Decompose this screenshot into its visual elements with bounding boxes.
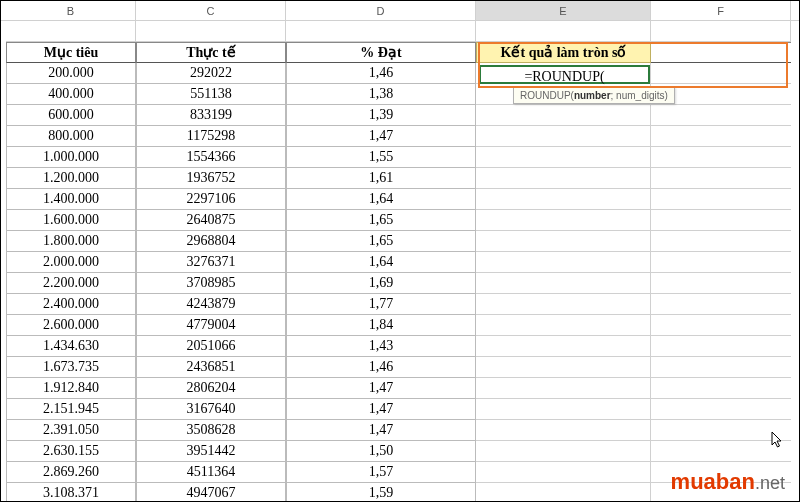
cell-c[interactable]: 2806204 xyxy=(136,378,286,399)
cell-b[interactable]: 2.200.000 xyxy=(6,273,136,294)
cell-f[interactable] xyxy=(651,63,791,84)
cell-b[interactable]: 2.151.945 xyxy=(6,399,136,420)
cell-d[interactable]: 1,69 xyxy=(286,273,476,294)
cell-c[interactable]: 2297106 xyxy=(136,189,286,210)
cell[interactable] xyxy=(651,42,791,63)
header-muc-tieu[interactable]: Mục tiêu xyxy=(6,42,136,63)
cell-c[interactable]: 551138 xyxy=(136,84,286,105)
cell-b[interactable]: 1.200.000 xyxy=(6,168,136,189)
cell-d[interactable]: 1,47 xyxy=(286,399,476,420)
cell-d[interactable]: 1,59 xyxy=(286,483,476,502)
cell-c[interactable]: 3708985 xyxy=(136,273,286,294)
cell-f[interactable] xyxy=(651,441,791,462)
cell-e[interactable] xyxy=(476,210,651,231)
cell-c[interactable]: 2051066 xyxy=(136,336,286,357)
cell-b[interactable]: 2.600.000 xyxy=(6,315,136,336)
cell-b[interactable]: 1.800.000 xyxy=(6,231,136,252)
col-header-e[interactable]: E xyxy=(476,1,651,20)
cell-c[interactable]: 3951442 xyxy=(136,441,286,462)
cell-d[interactable]: 1,50 xyxy=(286,441,476,462)
spreadsheet[interactable]: B C D E F Mục tiêu Thực tế % Đạt Kết quả… xyxy=(1,1,799,501)
cell-b[interactable]: 1.912.840 xyxy=(6,378,136,399)
cell[interactable] xyxy=(651,21,791,42)
cell-c[interactable]: 3276371 xyxy=(136,252,286,273)
cell-e[interactable] xyxy=(476,252,651,273)
cell-d[interactable]: 1,65 xyxy=(286,231,476,252)
cell-e[interactable] xyxy=(476,441,651,462)
cell-b[interactable]: 800.000 xyxy=(6,126,136,147)
cell-e[interactable] xyxy=(476,315,651,336)
cell-e[interactable] xyxy=(476,189,651,210)
cell-e[interactable] xyxy=(476,231,651,252)
cell-d[interactable]: 1,47 xyxy=(286,420,476,441)
cell-d[interactable]: 1,64 xyxy=(286,189,476,210)
cell-c[interactable]: 4243879 xyxy=(136,294,286,315)
cell-e[interactable] xyxy=(476,126,651,147)
cell-f[interactable] xyxy=(651,357,791,378)
cell-c[interactable]: 292022 xyxy=(136,63,286,84)
cell-d[interactable]: 1,84 xyxy=(286,315,476,336)
cell-b[interactable]: 2.391.050 xyxy=(6,420,136,441)
cell-b[interactable]: 1.400.000 xyxy=(6,189,136,210)
cell-d[interactable]: 1,61 xyxy=(286,168,476,189)
active-cell-formula[interactable]: =ROUNDUP( xyxy=(479,65,650,84)
cell-f[interactable] xyxy=(651,231,791,252)
col-header-f[interactable]: F xyxy=(651,1,791,20)
header-thuc-te[interactable]: Thực tế xyxy=(136,42,286,63)
cell-e[interactable] xyxy=(476,105,651,126)
cell-c[interactable]: 3508628 xyxy=(136,420,286,441)
cell-b[interactable]: 2.630.155 xyxy=(6,441,136,462)
cell-d[interactable]: 1,46 xyxy=(286,63,476,84)
cell-f[interactable] xyxy=(651,420,791,441)
cell-c[interactable]: 1175298 xyxy=(136,126,286,147)
cell-e[interactable] xyxy=(476,168,651,189)
cell-f[interactable] xyxy=(651,126,791,147)
cell-d[interactable]: 1,64 xyxy=(286,252,476,273)
cell-d[interactable]: 1,55 xyxy=(286,147,476,168)
cell-d[interactable]: 1,38 xyxy=(286,84,476,105)
cell[interactable] xyxy=(6,21,136,42)
cell-c[interactable]: 1936752 xyxy=(136,168,286,189)
cell-d[interactable]: 1,77 xyxy=(286,294,476,315)
cell-e[interactable] xyxy=(476,147,651,168)
cell[interactable] xyxy=(286,21,476,42)
cell-d[interactable]: 1,39 xyxy=(286,105,476,126)
cell-d[interactable]: 1,43 xyxy=(286,336,476,357)
cell-e[interactable] xyxy=(476,483,651,502)
cell-b[interactable]: 1.600.000 xyxy=(6,210,136,231)
cell-e[interactable] xyxy=(476,462,651,483)
cell-c[interactable]: 4511364 xyxy=(136,462,286,483)
cell-f[interactable] xyxy=(651,273,791,294)
cell-e[interactable] xyxy=(476,378,651,399)
cell-f[interactable] xyxy=(651,315,791,336)
cell-f[interactable] xyxy=(651,252,791,273)
cell-c[interactable]: 4947067 xyxy=(136,483,286,502)
cell-b[interactable]: 2.869.260 xyxy=(6,462,136,483)
cell-f[interactable] xyxy=(651,147,791,168)
cell-b[interactable]: 3.108.371 xyxy=(6,483,136,502)
cell-e[interactable] xyxy=(476,420,651,441)
cell-b[interactable]: 1.000.000 xyxy=(6,147,136,168)
cell-c[interactable]: 3167640 xyxy=(136,399,286,420)
cell-f[interactable] xyxy=(651,168,791,189)
cell[interactable] xyxy=(136,21,286,42)
cell-b[interactable]: 2.000.000 xyxy=(6,252,136,273)
cell-e[interactable] xyxy=(476,294,651,315)
col-header-b[interactable]: B xyxy=(6,1,136,20)
cell-c[interactable]: 833199 xyxy=(136,105,286,126)
cell-d[interactable]: 1,47 xyxy=(286,126,476,147)
cell-b[interactable]: 600.000 xyxy=(6,105,136,126)
cell-e[interactable] xyxy=(476,273,651,294)
col-header-d[interactable]: D xyxy=(286,1,476,20)
cell-f[interactable] xyxy=(651,210,791,231)
cell-f[interactable] xyxy=(651,189,791,210)
cell-f[interactable] xyxy=(651,294,791,315)
cell-e[interactable] xyxy=(476,336,651,357)
cell-d[interactable]: 1,57 xyxy=(286,462,476,483)
cell-b[interactable]: 400.000 xyxy=(6,84,136,105)
cell-f[interactable] xyxy=(651,336,791,357)
cell-f[interactable] xyxy=(651,105,791,126)
header-ket-qua[interactable]: Kết quả làm tròn số xyxy=(476,42,651,63)
cell-d[interactable]: 1,65 xyxy=(286,210,476,231)
col-header-c[interactable]: C xyxy=(136,1,286,20)
